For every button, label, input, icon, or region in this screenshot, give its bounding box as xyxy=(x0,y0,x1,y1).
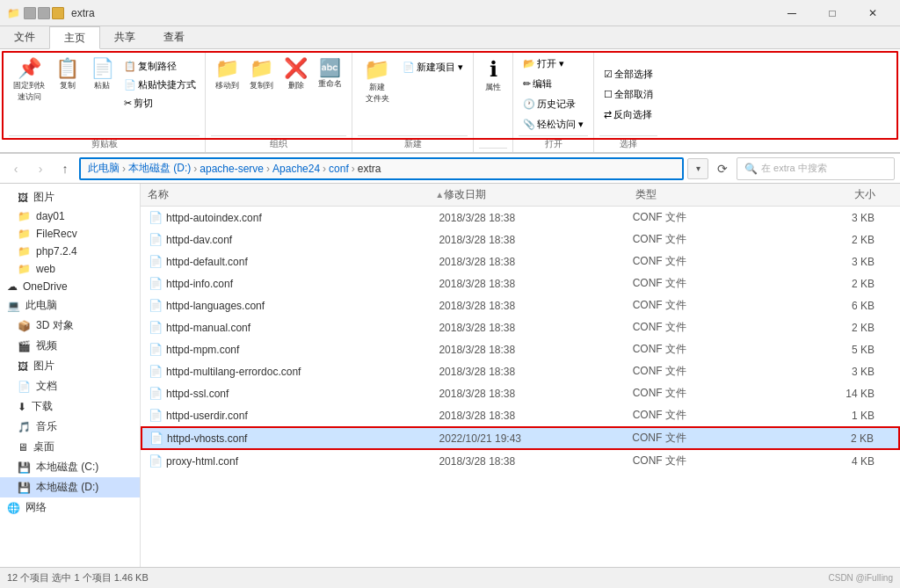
sidebar-item-thispc[interactable]: 💻 此电脑 xyxy=(0,295,140,316)
file-type: CONF 文件 xyxy=(633,232,778,247)
paste-button[interactable]: 📄 粘贴 xyxy=(85,54,119,94)
table-row[interactable]: 📄 httpd-dav.conf 2018/3/28 18:38 CONF 文件… xyxy=(141,229,900,250)
forward-button[interactable]: › xyxy=(30,158,51,179)
table-row[interactable]: 📄 httpd-ssl.conf 2018/3/28 18:38 CONF 文件… xyxy=(141,382,900,404)
search-box[interactable]: 🔍 在 extra 中搜索 xyxy=(737,157,895,180)
pin-button[interactable]: 📌 固定到快速访问 xyxy=(9,54,49,105)
file-size: 2 KB xyxy=(777,432,891,445)
close-button[interactable]: ✕ xyxy=(853,0,893,26)
col-date-header[interactable]: 修改日期 xyxy=(444,187,635,202)
refresh-button[interactable]: ⟳ xyxy=(712,158,733,179)
table-row[interactable]: 📄 httpd-multilang-errordoc.conf 2018/3/2… xyxy=(141,360,900,382)
tab-view[interactable]: 查看 xyxy=(149,26,199,48)
sidebar-item-filerecv[interactable]: 📁 FileRecv xyxy=(0,225,140,243)
new-folder-button[interactable]: 📁 新建文件夹 xyxy=(358,54,396,107)
sidebar-item-drive-d[interactable]: 💾 本地磁盘 (D:) xyxy=(0,477,140,497)
docs-icon: 📄 xyxy=(18,381,31,393)
breadcrumb-extra[interactable]: extra xyxy=(358,163,381,175)
table-row[interactable]: 📄 httpd-manual.conf 2018/3/28 18:38 CONF… xyxy=(141,316,900,338)
new-item-button[interactable]: 📄新建项目 ▾ xyxy=(398,58,468,76)
sidebar-music-label: 音乐 xyxy=(36,419,57,434)
copy-to-button[interactable]: 📁 复制到 xyxy=(245,54,278,94)
file-icon: 📄 xyxy=(149,321,163,334)
invert-selection-button[interactable]: ⇄反向选择 xyxy=(599,105,657,124)
sidebar-item-downloads[interactable]: ⬇ 下载 xyxy=(0,396,140,417)
table-row[interactable]: 📄 httpd-mpm.conf 2018/3/28 18:38 CONF 文件… xyxy=(141,338,900,360)
ribbon-group-organize: 📁 移动到 📁 复制到 ❌ 删除 🔤 重命名 组织 xyxy=(206,53,352,152)
sidebar-item-3d[interactable]: 📦 3D 对象 xyxy=(0,316,140,336)
table-row[interactable]: 📄 httpd-info.conf 2018/3/28 18:38 CONF 文… xyxy=(141,272,900,294)
cut-button[interactable]: ✂剪切 xyxy=(120,95,200,112)
onedrive-icon: ☁ xyxy=(7,280,18,293)
breadcrumb[interactable]: 此电脑 › 本地磁盘 (D:) › apache-serve › Apache2… xyxy=(79,157,684,180)
maximize-button[interactable]: □ xyxy=(812,0,853,26)
file-icon: 📄 xyxy=(149,387,163,400)
edit-button[interactable]: ✏编辑 xyxy=(519,75,588,93)
sidebar-item-img[interactable]: 🖼 图片 xyxy=(0,356,140,376)
file-date: 2018/3/28 18:38 xyxy=(439,300,632,312)
deselect-all-button[interactable]: ☐全部取消 xyxy=(599,85,657,104)
dropdown-button[interactable]: ▾ xyxy=(687,158,708,179)
file-name: httpd-ssl.conf xyxy=(166,388,229,400)
breadcrumb-conf[interactable]: conf xyxy=(329,163,349,175)
sort-arrow: ▲ xyxy=(435,190,444,200)
sidebar-item-music[interactable]: 🎵 音乐 xyxy=(0,417,140,437)
move-to-button[interactable]: 📁 移动到 xyxy=(211,54,243,94)
sidebar-item-video[interactable]: 🎬 视频 xyxy=(0,336,140,356)
table-row[interactable]: 📄 httpd-autoindex.conf 2018/3/28 18:38 C… xyxy=(141,207,900,229)
sidebar-item-pictures[interactable]: 🖼 图片 xyxy=(0,187,140,207)
sidebar-item-php[interactable]: 📁 php7.2.4 xyxy=(0,243,140,260)
breadcrumb-apache24[interactable]: Apache24 xyxy=(272,163,320,175)
sidebar-item-network[interactable]: 🌐 网络 xyxy=(0,497,140,518)
table-row[interactable]: 📄 httpd-vhosts.conf 2022/10/21 19:43 CON… xyxy=(141,426,900,450)
new-label: 新建 xyxy=(358,135,468,150)
tb-icon1 xyxy=(24,7,36,19)
sidebar-downloads-label: 下载 xyxy=(32,399,53,414)
up-button[interactable]: ↑ xyxy=(54,158,76,179)
folder-icon: 📁 xyxy=(18,210,31,222)
sidebar-drive-c-label: 本地磁盘 (C:) xyxy=(36,460,98,475)
col-size-header[interactable]: 大小 xyxy=(780,187,893,202)
sidebar-item-web[interactable]: 📁 web xyxy=(0,260,140,278)
file-type: CONF 文件 xyxy=(633,210,778,225)
back-button[interactable]: ‹ xyxy=(5,158,26,179)
open-button[interactable]: 📂打开 ▾ xyxy=(519,54,588,73)
file-date: 2018/3/28 18:38 xyxy=(439,234,632,246)
delete-button[interactable]: ❌ 删除 xyxy=(279,54,312,94)
paste-shortcut-button[interactable]: 📄粘贴快捷方式 xyxy=(120,76,200,93)
breadcrumb-pc[interactable]: 此电脑 xyxy=(88,161,120,176)
sidebar-item-day01[interactable]: 📁 day01 xyxy=(0,207,140,225)
window-title: extra xyxy=(71,7,95,19)
file-size: 3 KB xyxy=(778,212,892,224)
sidebar-php-label: php7.2.4 xyxy=(36,245,77,258)
table-row[interactable]: 📄 proxy-html.conf 2018/3/28 18:38 CONF 文… xyxy=(141,450,900,472)
table-row[interactable]: 📄 httpd-languages.conf 2018/3/28 18:38 C… xyxy=(141,294,900,316)
tab-share[interactable]: 共享 xyxy=(100,26,149,48)
breadcrumb-drive[interactable]: 本地磁盘 (D:) xyxy=(128,161,191,176)
col-type-header[interactable]: 类型 xyxy=(635,187,780,202)
sidebar-item-onedrive[interactable]: ☁ OneDrive xyxy=(0,278,140,295)
organize-label: 组织 xyxy=(211,135,346,150)
tab-home[interactable]: 主页 xyxy=(49,26,100,49)
easy-access-button[interactable]: 📎轻松访问 ▾ xyxy=(519,115,588,134)
folder-icon: 📁 xyxy=(7,7,20,19)
table-row[interactable]: 📄 httpd-default.conf 2018/3/28 18:38 CON… xyxy=(141,250,900,272)
select-all-button[interactable]: ☑全部选择 xyxy=(599,65,657,83)
file-date: 2018/3/28 18:38 xyxy=(439,410,632,422)
copy-button[interactable]: 📋 复制 xyxy=(51,54,83,94)
history-button[interactable]: 🕐历史记录 xyxy=(519,95,588,113)
tab-file[interactable]: 文件 xyxy=(0,26,49,48)
breadcrumb-apache-serve[interactable]: apache-serve xyxy=(200,163,264,175)
sidebar-item-desktop[interactable]: 🖥 桌面 xyxy=(0,437,140,457)
col-name-header[interactable]: 名称 xyxy=(148,187,435,202)
sidebar-filerecv-label: FileRecv xyxy=(36,228,77,240)
table-row[interactable]: 📄 httpd-userdir.conf 2018/3/28 18:38 CON… xyxy=(141,404,900,426)
properties-button[interactable]: ℹ 属性 xyxy=(479,54,507,96)
file-date: 2018/3/28 18:38 xyxy=(439,455,632,468)
folder-icon: 📁 xyxy=(18,263,31,275)
sidebar-item-drive-c[interactable]: 💾 本地磁盘 (C:) xyxy=(0,457,140,477)
rename-button[interactable]: 🔤 重命名 xyxy=(314,54,346,92)
minimize-button[interactable]: ─ xyxy=(772,0,812,26)
sidebar-item-docs[interactable]: 📄 文档 xyxy=(0,376,140,396)
copy-path-button[interactable]: 📋复制路径 xyxy=(120,58,200,75)
